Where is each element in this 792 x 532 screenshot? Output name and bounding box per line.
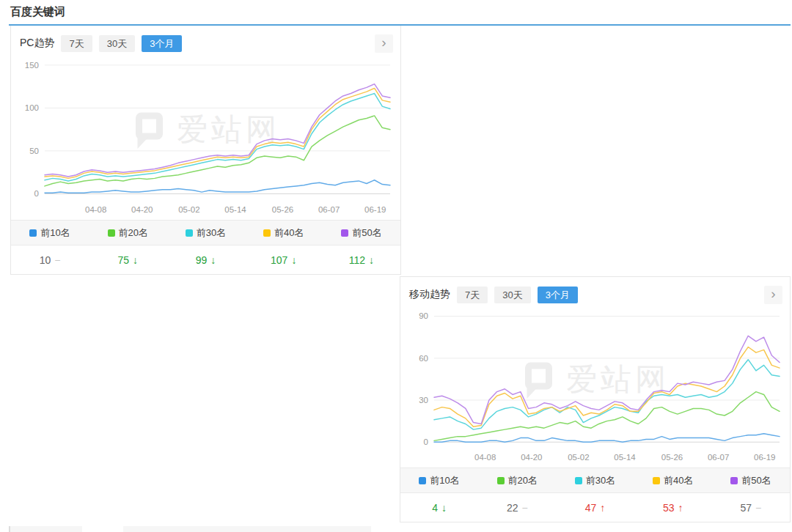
- x-tick-label: 05-26: [272, 205, 293, 214]
- trend-value: 99: [196, 254, 208, 266]
- tab-30days[interactable]: 30天: [99, 35, 135, 52]
- legend-swatch: [108, 229, 115, 237]
- legend-item-top40: 前40名: [634, 468, 712, 492]
- chevron-right-icon: ›: [771, 286, 775, 302]
- legend-item-top10: 前10名: [11, 221, 89, 245]
- y-tick-label: 90: [419, 312, 428, 321]
- trend-arrow-icon: ↓: [210, 254, 216, 266]
- pc-panel-header: PC趋势 7天 30天 3个月 ›: [11, 26, 400, 56]
- trend-value-cell-top10: 10 −: [11, 245, 89, 274]
- y-tick-label: 50: [29, 147, 39, 155]
- trend-value-cell-top30: 99 ↓: [166, 245, 244, 274]
- pc-trend-panel: PC趋势 7天 30天 3个月 › 爱站网 15010050004-0804-2…: [10, 26, 401, 275]
- trend-value: 4: [432, 502, 438, 514]
- x-tick-label: 06-19: [754, 454, 775, 462]
- legend-label: 前10名: [40, 226, 70, 240]
- legend-label: 前40名: [664, 474, 693, 487]
- trend-value: 10: [40, 254, 51, 266]
- legend-swatch: [653, 477, 660, 484]
- x-tick-label: 04-08: [474, 454, 496, 462]
- trend-arrow-icon: ↓: [369, 254, 374, 266]
- trend-value-cell-top50: 112 ↓: [323, 245, 400, 274]
- trend-value: 47: [585, 502, 597, 514]
- series-line-4: [45, 84, 390, 177]
- chevron-right-button[interactable]: ›: [375, 34, 393, 53]
- trend-arrow-icon: ↑: [600, 502, 605, 514]
- mobile-panel-header: 移动趋势 7天 30天 3个月 ›: [400, 277, 790, 308]
- trend-arrow-icon: ↑: [678, 502, 683, 514]
- y-tick-label: 0: [34, 189, 39, 198]
- y-tick-label: 30: [419, 396, 428, 404]
- legend-swatch: [419, 477, 426, 484]
- legend-item-top20: 前20名: [478, 468, 556, 492]
- tab-30days[interactable]: 30天: [494, 287, 530, 303]
- x-tick-label: 06-19: [364, 205, 386, 214]
- legend-label: 前50名: [352, 226, 381, 240]
- panel-title: PC趋势: [20, 37, 54, 50]
- page-title: 百度关键词: [10, 5, 65, 19]
- chevron-right-icon: ›: [381, 34, 386, 51]
- pc-values-row: 10 − 75 ↓ 99 ↓ 107 ↓ 112 ↓: [11, 245, 400, 274]
- legend-label: 前20名: [508, 474, 538, 487]
- y-tick-label: 150: [25, 61, 39, 70]
- x-tick-label: 04-20: [521, 454, 542, 462]
- chevron-right-button[interactable]: ›: [764, 286, 782, 304]
- legend-label: 前20名: [119, 226, 148, 240]
- pc-legend-row: 前10名 前20名 前30名 前40名 前50名: [11, 220, 400, 245]
- series-line-3: [45, 88, 390, 178]
- tab-7days[interactable]: 7天: [61, 35, 92, 52]
- legend-item-top30: 前30名: [556, 468, 634, 492]
- trend-arrow-icon: ↓: [441, 502, 447, 514]
- series-line-2: [45, 94, 390, 181]
- x-tick-label: 04-20: [131, 205, 153, 214]
- x-tick-label: 06-07: [708, 454, 729, 462]
- legend-label: 前40名: [274, 226, 304, 240]
- legend-item-top50: 前50名: [323, 221, 400, 245]
- x-tick-label: 05-14: [614, 454, 635, 462]
- mobile-values-row: 4 ↓ 22 − 47 ↑ 53 ↑ 57 −: [400, 493, 790, 522]
- series-line-3: [434, 347, 780, 427]
- legend-item-top10: 前10名: [400, 468, 478, 492]
- trend-value-cell-top30: 47 ↑: [556, 493, 634, 522]
- x-tick-label: 05-14: [224, 205, 246, 214]
- tab-3months[interactable]: 3个月: [142, 35, 182, 52]
- series-line-4: [434, 336, 780, 424]
- tab-7days[interactable]: 7天: [457, 287, 488, 303]
- y-tick-label: 60: [419, 354, 428, 363]
- trend-arrow-icon: −: [755, 502, 761, 514]
- legend-swatch: [497, 477, 505, 484]
- trend-value: 107: [271, 254, 287, 266]
- x-tick-label: 05-26: [661, 454, 683, 462]
- legend-label: 前10名: [430, 474, 459, 487]
- series-line-1: [434, 392, 780, 441]
- legend-item-top30: 前30名: [166, 221, 244, 245]
- trend-value: 22: [507, 502, 518, 514]
- pc-trend-chart: 15010050004-0804-2005-0205-1405-2606-070…: [11, 56, 400, 220]
- x-tick-label: 04-08: [85, 205, 106, 214]
- trend-value: 112: [349, 254, 365, 266]
- series-line-0: [45, 180, 390, 193]
- series-line-0: [434, 434, 780, 442]
- trend-value-cell-top40: 53 ↑: [634, 493, 712, 522]
- trend-arrow-icon: ↓: [291, 254, 296, 266]
- tab-3months[interactable]: 3个月: [538, 287, 578, 303]
- legend-swatch: [575, 477, 582, 484]
- y-tick-label: 100: [25, 103, 39, 112]
- trend-value-cell-top20: 75 ↓: [89, 245, 166, 274]
- legend-swatch: [186, 229, 193, 237]
- trend-arrow-icon: −: [522, 502, 528, 514]
- trend-value-cell-top10: 4 ↓: [400, 493, 478, 522]
- trend-arrow-icon: −: [54, 254, 60, 266]
- pc-chart-area: 爱站网 15010050004-0804-2005-0205-1405-2606…: [11, 56, 400, 220]
- next-section-partial-tabs: [123, 526, 371, 532]
- trend-value: 53: [663, 502, 675, 514]
- legend-swatch: [263, 229, 271, 237]
- mobile-trend-chart: 906030004-0804-2005-0205-1405-2606-0706-…: [400, 308, 790, 468]
- mobile-trend-panel: 移动趋势 7天 30天 3个月 › 爱站网 906030004-0804-200…: [400, 276, 791, 522]
- legend-item-top40: 前40名: [245, 221, 323, 245]
- x-tick-label: 05-02: [178, 205, 199, 214]
- mobile-legend-row: 前10名 前20名 前30名 前40名 前50名: [400, 468, 790, 493]
- next-section-partial-label: [9, 526, 82, 532]
- legend-label: 前30名: [197, 226, 226, 240]
- legend-item-top20: 前20名: [89, 221, 166, 245]
